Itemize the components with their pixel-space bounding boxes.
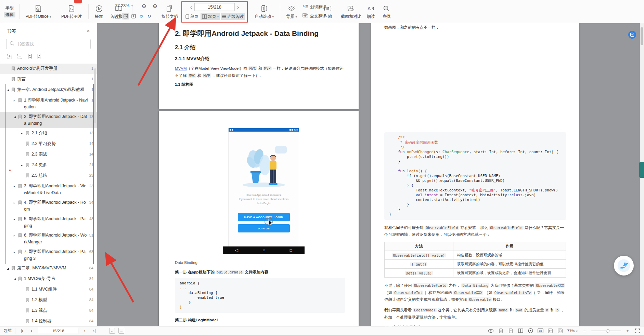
one-to-one-icon[interactable]: 1:1 <box>537 328 543 334</box>
screenshot-compare-button[interactable]: 截图和对比 <box>337 0 365 23</box>
main-scrollbar-thumb[interactable] <box>641 27 643 45</box>
select-tool-button[interactable]: 选择 <box>4 12 15 17</box>
bookmark-item[interactable]: 1.3 视点84 <box>0 306 97 316</box>
fullscreen-icon[interactable] <box>634 328 641 334</box>
bookmark-item[interactable]: ▸5. 即学即用Android Jetpack - Paging43 <box>0 214 97 230</box>
bookmark-item[interactable]: ◢第二章. MVC/MVP/MVVM84 <box>0 263 97 274</box>
collapse-all-icon[interactable] <box>17 53 23 59</box>
bookmark-item[interactable]: ◢1.MVC框架-导言84 <box>0 274 97 284</box>
bookmark-item[interactable]: 1.4 控制器84 <box>0 316 97 326</box>
screenshot-icon <box>347 4 355 13</box>
android-home-icon[interactable]: ○ <box>263 248 265 253</box>
fit-width-icon[interactable] <box>547 328 553 334</box>
last-page-icon[interactable]: ›| <box>91 328 98 334</box>
bookmark-item[interactable]: ◢第一章. Android Jetpack实战和教程1 <box>0 85 97 95</box>
android-back-icon[interactable]: ◁ <box>235 248 238 253</box>
pdf-to-image-button[interactable]: PDF转图片 <box>56 0 87 23</box>
zoom-in-icon[interactable]: ⊕ <box>153 3 157 9</box>
bookmark-item[interactable]: ◢2. 即学即用Android Jetpack - Data Binding13 <box>0 112 97 128</box>
bookmark-item[interactable]: ▸4. 即学即用Android Jetpack - Room34 <box>0 198 97 214</box>
rotate-right-icon[interactable]: ↻ <box>146 13 153 19</box>
next-page-icon[interactable]: › <box>237 4 239 10</box>
bookmark-item[interactable]: ▸6. 即学即用Android Jetpack - WorkManger51 <box>0 230 97 247</box>
auto-scroll-button[interactable]: 自动滚动 ▾ <box>251 0 277 23</box>
android-recents-icon[interactable]: □ <box>290 248 292 253</box>
chevron-collapsed-icon[interactable]: ▸ <box>14 97 18 104</box>
background-button[interactable]: 背景 ▾ <box>283 0 300 23</box>
bookmark-item[interactable]: 2.5 总结23 <box>0 171 97 181</box>
hand-tool-button[interactable]: 手型 <box>5 6 14 11</box>
nav-toggle-button[interactable]: 导航 <box>3 328 12 334</box>
fit-width-icon[interactable] <box>122 13 129 19</box>
chevron-collapsed-icon[interactable]: ▸ <box>21 162 26 169</box>
first-page-icon[interactable]: |‹ <box>19 328 25 334</box>
prev-view-icon[interactable]: ← <box>109 328 115 334</box>
zoom-level-select[interactable]: 77% ▾ <box>567 329 578 333</box>
fit-page-icon[interactable] <box>557 328 563 334</box>
sidebar-scrollbar[interactable] <box>94 68 96 123</box>
chevron-collapsed-icon[interactable]: ▸ <box>14 183 18 190</box>
rotate-left-icon[interactable]: ↺ <box>138 13 145 19</box>
bookmark-label: 1.1 MVC组件 <box>31 286 87 293</box>
page-number-input[interactable]: 15/218 <box>194 3 235 11</box>
assistant-icon[interactable] <box>628 31 636 39</box>
read-aloud-button[interactable]: A 朗读 <box>363 0 378 23</box>
chevron-expanded-icon[interactable]: ◢ <box>7 265 11 272</box>
chevron-collapsed-icon[interactable]: ▸ <box>14 200 18 206</box>
bookmark-item[interactable]: 1.1 MVC组件84 <box>0 284 97 295</box>
zoom-plus-icon[interactable]: + <box>624 328 631 334</box>
zoom-out-icon[interactable]: ⊖ <box>142 3 146 9</box>
prev-page-icon[interactable]: ‹ <box>190 4 192 10</box>
bookmark-item[interactable]: ▸1.即学即用Android Jetpack - Navigation1 <box>0 95 97 112</box>
bookmark-item[interactable]: ▸2.4 更多21 <box>0 160 97 171</box>
chevron-expanded-icon[interactable]: ◢ <box>14 114 18 121</box>
bookmark-item[interactable]: 2.3 实战14 <box>0 149 97 160</box>
bookmark-item[interactable]: 1.2 模型84 <box>0 295 97 306</box>
bookmark-item[interactable]: ▸7. 即学即用Android Jetpack - Paging 368 <box>0 247 97 263</box>
eye-icon[interactable] <box>488 328 494 334</box>
fit-page-icon[interactable] <box>130 13 137 19</box>
chevron-collapsed-icon[interactable]: ▸ <box>14 249 18 256</box>
login-button[interactable]: HAVE A ACCOUNT? LOGIN <box>238 213 290 221</box>
chevron-collapsed-icon[interactable]: ▸ <box>21 130 26 137</box>
chevron-expanded-icon[interactable]: ◢ <box>14 276 18 283</box>
bird-feedback-icon[interactable] <box>614 256 634 276</box>
chevron-collapsed-icon[interactable]: ▸ <box>14 216 18 223</box>
svg-text:W: W <box>37 8 39 11</box>
pdf-to-office-button[interactable]: W PDF转Office ▾ <box>22 0 55 23</box>
side-panel-tab[interactable] <box>639 162 644 178</box>
remove-bookmark-icon[interactable] <box>37 53 42 59</box>
close-icon[interactable]: × <box>87 29 90 34</box>
page-number-input[interactable]: 15/218 <box>38 328 78 334</box>
expand-all-icon[interactable] <box>7 53 12 59</box>
bookmark-item[interactable]: ▸3. 即学即用Android Jetpack - ViewModel & Li… <box>0 181 97 198</box>
slideshow-icon[interactable] <box>527 328 533 334</box>
scroll-mode-icon[interactable] <box>498 328 504 334</box>
play-button[interactable]: 播放 <box>91 0 107 23</box>
bookmark-search-input[interactable]: 书签查找 <box>6 39 91 49</box>
find-button[interactable]: 查找 <box>379 0 394 23</box>
zoom-select[interactable]: 77.23%˅ <box>115 3 133 8</box>
rotate-doc-button[interactable]: 旋转文档 <box>158 0 181 23</box>
zoom-slider[interactable] <box>591 331 621 331</box>
bookmark-item[interactable]: ▸2.1 介绍13 <box>0 128 97 139</box>
double-page-button[interactable]: 双页 ▾ <box>201 13 220 20</box>
next-view-icon[interactable]: → <box>118 328 124 334</box>
double-page-icon[interactable] <box>517 328 524 334</box>
single-page-button[interactable]: 单页 <box>184 13 200 20</box>
single-page-icon[interactable] <box>507 328 514 334</box>
continuous-reading-button[interactable]: 连续阅读 <box>221 13 245 20</box>
compress-button[interactable]: 压缩 <box>320 0 336 23</box>
chevron-collapsed-icon[interactable]: ▸ <box>14 232 18 239</box>
add-bookmark-icon[interactable] <box>27 53 32 59</box>
bookmark-item[interactable]: 前言1 <box>0 74 97 85</box>
bookmark-item[interactable]: 2.2 学习姿势14 <box>0 139 97 149</box>
join-button[interactable]: JOIN US <box>238 224 290 232</box>
next-page-icon[interactable]: › <box>82 328 88 334</box>
bookmark-item[interactable]: Android架构开发手册1 <box>0 64 97 74</box>
chevron-expanded-icon[interactable]: ◢ <box>7 87 11 94</box>
mvvm-link[interactable]: MVVM <box>175 66 187 70</box>
prev-page-icon[interactable]: ‹ <box>28 328 35 334</box>
zoom-minus-icon[interactable]: − <box>581 328 588 334</box>
one-to-one-icon[interactable]: 1:1 <box>114 13 121 19</box>
